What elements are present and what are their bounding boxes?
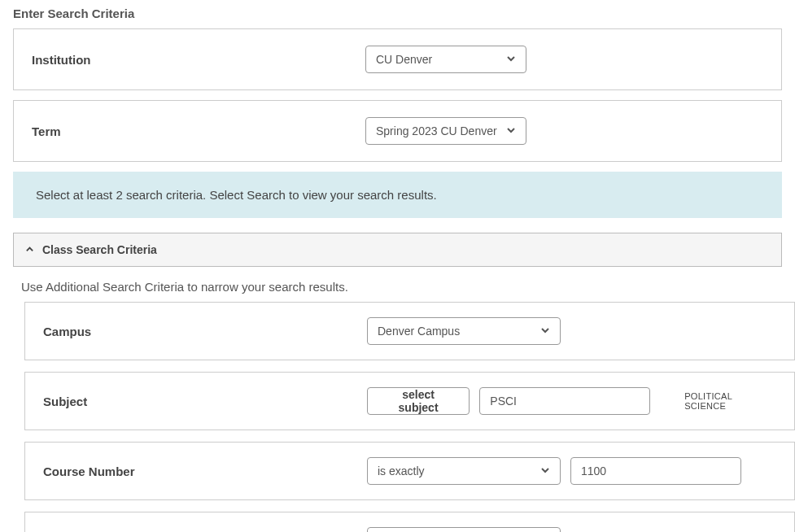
- institution-dropdown[interactable]: CU Denver: [365, 46, 526, 73]
- course-number-operator: is exactly: [378, 464, 425, 477]
- term-label: Term: [32, 124, 365, 138]
- class-search-criteria-header[interactable]: Class Search Criteria: [13, 233, 782, 267]
- chevron-down-icon: [540, 325, 550, 338]
- subject-code-input[interactable]: [479, 387, 650, 415]
- campus-label: Campus: [43, 325, 367, 338]
- helper-text: Use Additional Search Criteria to narrow…: [0, 267, 795, 302]
- course-number-row: Course Number is exactly: [24, 442, 795, 500]
- section-title: Class Search Criteria: [42, 243, 157, 256]
- term-dropdown[interactable]: Spring 2023 CU Denver: [365, 117, 526, 145]
- page-title: Enter Search Criteria: [0, 0, 795, 28]
- campus-row: Campus Denver Campus: [24, 302, 795, 360]
- chevron-down-icon: [540, 464, 550, 477]
- course-number-input[interactable]: [570, 457, 741, 485]
- course-career-row: Course Career Undergraduate: [24, 512, 795, 532]
- course-career-dropdown[interactable]: Undergraduate: [367, 527, 561, 532]
- select-subject-button[interactable]: select subject: [367, 387, 470, 415]
- info-banner: Select at least 2 search criteria. Selec…: [13, 172, 782, 218]
- campus-dropdown[interactable]: Denver Campus: [367, 317, 561, 345]
- chevron-down-icon: [506, 53, 516, 66]
- chevron-up-icon: [25, 243, 34, 256]
- institution-row: Institution CU Denver: [13, 28, 782, 90]
- term-row: Term Spring 2023 CU Denver: [13, 100, 782, 162]
- chevron-down-icon: [506, 124, 516, 137]
- subject-label: Subject: [43, 395, 367, 408]
- subject-full-name: POLITICAL SCIENCE: [684, 391, 776, 411]
- term-value: Spring 2023 CU Denver: [376, 124, 497, 137]
- institution-value: CU Denver: [376, 53, 432, 66]
- course-number-label: Course Number: [43, 464, 367, 478]
- course-number-operator-dropdown[interactable]: is exactly: [367, 457, 561, 485]
- institution-label: Institution: [32, 53, 365, 67]
- campus-value: Denver Campus: [378, 325, 460, 338]
- subject-row: Subject select subject POLITICAL SCIENCE: [24, 372, 795, 430]
